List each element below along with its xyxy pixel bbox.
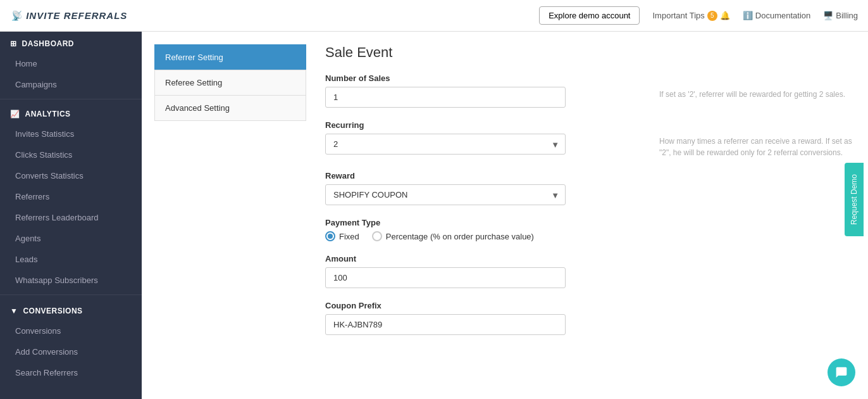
recurring-label: Recurring	[325, 120, 640, 130]
payment-type-row: Payment Type Fixed Percentage (% on orde…	[325, 218, 855, 241]
tab-referrer-setting[interactable]: Referrer Setting	[154, 44, 306, 70]
radio-fixed-circle	[325, 231, 335, 241]
number-of-sales-input[interactable]	[325, 87, 566, 108]
payment-type-left: Payment Type Fixed Percentage (% on orde…	[325, 218, 855, 241]
tab-advanced-setting[interactable]: Advanced Setting	[154, 95, 306, 121]
sidebar-item-agents[interactable]: Agents	[0, 228, 142, 249]
sidebar: ⊞ DASHBOARD Home Campaigns 📈 ANALYTICS I…	[0, 32, 142, 399]
radio-fixed-label: Fixed	[339, 232, 359, 241]
info-icon: ℹ️	[743, 11, 753, 20]
request-demo-button[interactable]: Request Demo	[845, 163, 864, 236]
coupon-prefix-input[interactable]	[325, 314, 566, 335]
form-title: Sale Event	[325, 44, 855, 61]
tips-badge: 5	[707, 11, 717, 21]
sidebar-item-conversions[interactable]: Conversions	[0, 320, 142, 341]
reward-select-wrapper: SHOPIFY COUPON ▼	[325, 184, 566, 205]
sidebar-item-add-conversions[interactable]: Add Conversions	[0, 341, 142, 362]
number-of-sales-left: Number of Sales	[325, 73, 640, 108]
billing-icon: 🖥️	[823, 11, 833, 20]
sidebar-item-referrers-leaderboard[interactable]: Referrers Leaderboard	[0, 207, 142, 228]
reward-select[interactable]: SHOPIFY COUPON	[325, 184, 566, 205]
content-area: Referrer Setting Referee Setting Advance…	[142, 32, 868, 399]
number-of-sales-hint: If set as '2', referrer will be rewarded…	[640, 73, 855, 100]
recurring-left: Recurring 2 1 3 ▼	[325, 120, 640, 155]
sidebar-item-invites-statistics[interactable]: Invites Statistics	[0, 124, 142, 144]
amount-label: Amount	[325, 254, 855, 263]
sidebar-item-converts-statistics[interactable]: Converts Statistics	[0, 165, 142, 186]
main-layout: ⊞ DASHBOARD Home Campaigns 📈 ANALYTICS I…	[0, 32, 868, 399]
coupon-prefix-label: Coupon Prefix	[325, 301, 855, 310]
recurring-select-wrapper: 2 1 3 ▼	[325, 134, 566, 155]
sidebar-item-referrers[interactable]: Referrers	[0, 186, 142, 207]
radio-percentage-label: Percentage (% on order purchase value)	[386, 232, 534, 241]
settings-container: Referrer Setting Referee Setting Advance…	[142, 32, 868, 399]
documentation-link[interactable]: ℹ️ Documentation	[743, 11, 810, 20]
explore-demo-button[interactable]: Explore demo account	[539, 6, 640, 25]
recurring-select[interactable]: 2 1 3	[325, 134, 566, 155]
sidebar-item-campaigns[interactable]: Campaigns	[0, 74, 142, 95]
number-of-sales-row: Number of Sales If set as '2', referrer …	[325, 73, 855, 108]
chat-bubble-button[interactable]	[828, 358, 855, 386]
reward-left: Reward SHOPIFY COUPON ▼	[325, 171, 640, 205]
payment-type-label: Payment Type	[325, 218, 855, 227]
amount-row: Amount	[325, 254, 855, 288]
amount-input[interactable]	[325, 267, 566, 288]
tab-referee-setting[interactable]: Referee Setting	[154, 70, 306, 95]
sidebar-item-whatsapp-subscribers[interactable]: Whatsapp Subscribers	[0, 270, 142, 291]
sidebar-item-clicks-statistics[interactable]: Clicks Statistics	[0, 144, 142, 165]
top-header: 📡 INVITE REFERRALS Explore demo account …	[0, 0, 868, 32]
sidebar-item-leads[interactable]: Leads	[0, 249, 142, 270]
coupon-prefix-row: Coupon Prefix	[325, 301, 855, 335]
radio-percentage-circle	[372, 231, 382, 241]
amount-left: Amount	[325, 254, 855, 288]
analytics-icon: 📈	[10, 110, 20, 118]
number-of-sales-label: Number of Sales	[325, 73, 640, 83]
sidebar-item-home[interactable]: Home	[0, 53, 142, 74]
analytics-section-header: 📈 ANALYTICS	[0, 103, 142, 124]
form-panel: Sale Event Number of Sales If set as '2'…	[325, 44, 855, 386]
logo-icon: 📡	[10, 10, 23, 21]
reward-hint	[640, 171, 855, 186]
radio-percentage[interactable]: Percentage (% on order purchase value)	[372, 231, 534, 241]
sidebar-divider-2	[0, 294, 142, 295]
logo: 📡 INVITE REFERRALS	[10, 10, 127, 22]
sidebar-divider-1	[0, 99, 142, 99]
payment-type-radio-group: Fixed Percentage (% on order purchase va…	[325, 231, 855, 241]
important-tips-link[interactable]: Important Tips 5 🔔	[652, 11, 729, 21]
reward-label: Reward	[325, 171, 640, 180]
conversions-section-header: ▼ CONVERSIONS	[0, 299, 142, 320]
tabs-panel: Referrer Setting Referee Setting Advance…	[154, 44, 306, 386]
sidebar-item-search-referrers[interactable]: Search Referrers	[0, 362, 142, 383]
billing-link[interactable]: 🖥️ Billing	[823, 11, 858, 20]
bell-icon: 🔔	[720, 11, 730, 20]
dashboard-icon: ⊞	[10, 39, 17, 48]
reward-row: Reward SHOPIFY COUPON ▼	[325, 171, 855, 205]
coupon-prefix-left: Coupon Prefix	[325, 301, 855, 335]
recurring-hint: How many times a referrer can receive a …	[640, 120, 855, 158]
recurring-row: Recurring 2 1 3 ▼ How many times a refer…	[325, 120, 855, 158]
radio-fixed[interactable]: Fixed	[325, 231, 359, 241]
header-right: Explore demo account Important Tips 5 🔔 …	[539, 6, 858, 25]
dashboard-section-header: ⊞ DASHBOARD	[0, 32, 142, 53]
conversions-icon: ▼	[10, 307, 18, 315]
